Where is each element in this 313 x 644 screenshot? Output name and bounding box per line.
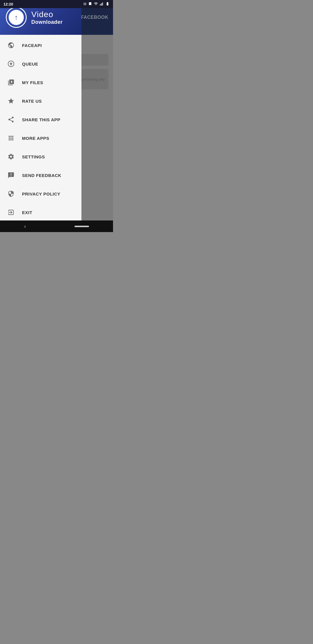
star-icon	[7, 97, 15, 105]
status-time: 12:20	[3, 2, 13, 6]
menu-item-settings[interactable]: SETTINGS	[0, 147, 81, 166]
logo-inner: ↑	[8, 9, 24, 26]
svg-rect-1	[101, 4, 101, 6]
signal-icon	[100, 2, 104, 7]
svg-rect-0	[100, 4, 101, 5]
settings-label: SETTINGS	[22, 154, 45, 159]
logo-circle: ↑	[6, 7, 27, 28]
svg-rect-3	[102, 2, 103, 5]
video-library-icon	[7, 78, 15, 86]
send-feedback-label: SEND FEEDBACK	[22, 173, 61, 178]
logo-arrow-icon: ↑	[14, 14, 18, 21]
wifi-icon	[94, 2, 98, 7]
menu-item-faceapi[interactable]: FACEAPI	[0, 36, 81, 55]
globe-icon	[7, 41, 15, 49]
my-files-label: MY FILES	[22, 80, 43, 85]
exit-icon	[7, 208, 15, 216]
gmail-icon: M	[83, 2, 86, 6]
back-button[interactable]: ‹	[24, 223, 26, 229]
rate-us-label: RATE US	[22, 99, 42, 104]
grid-icon	[7, 134, 15, 142]
menu-item-exit[interactable]: EXIT	[0, 203, 81, 222]
share-icon	[7, 115, 15, 124]
more-apps-label: MORE APPS	[22, 136, 49, 141]
status-bar: 12:20 M	[0, 0, 113, 8]
navigation-bar: ‹	[0, 220, 113, 232]
menu-item-privacy-policy[interactable]: PRIVACY POLICY	[0, 184, 81, 203]
battery-icon	[105, 2, 110, 7]
status-icons: M	[83, 2, 110, 7]
feedback-icon	[7, 171, 15, 179]
app-title-line2: Downloader	[31, 19, 63, 25]
home-pill[interactable]	[74, 226, 89, 227]
menu-item-queue[interactable]: QUEUE	[0, 55, 81, 73]
exit-label: EXIT	[22, 210, 32, 215]
queue-label: QUEUE	[22, 61, 38, 66]
menu-item-my-files[interactable]: MY FILES	[0, 73, 81, 92]
upload-icon	[7, 60, 15, 68]
menu-item-send-feedback[interactable]: SEND FEEDBACK	[0, 166, 81, 184]
svg-rect-2	[101, 3, 102, 5]
navigation-drawer: ↑ Video Downloader FACEAPI QUEUE	[0, 0, 81, 232]
shield-icon	[7, 190, 15, 198]
gear-icon	[7, 153, 15, 161]
drawer-title: Video Downloader	[31, 10, 63, 25]
faceapi-label: FACEAPI	[22, 43, 42, 48]
privacy-policy-label: PRIVACY POLICY	[22, 191, 60, 196]
share-app-label: SHARE THIS APP	[22, 117, 60, 122]
app-title-line1: Video	[31, 10, 63, 19]
bookmark-icon	[88, 2, 92, 7]
drawer-menu: FACEAPI QUEUE MY FILES RATE US	[0, 35, 81, 232]
menu-item-more-apps[interactable]: MORE APPS	[0, 129, 81, 147]
menu-item-rate-us[interactable]: RATE US	[0, 92, 81, 110]
menu-item-share-app[interactable]: SHARE THIS APP	[0, 110, 81, 129]
